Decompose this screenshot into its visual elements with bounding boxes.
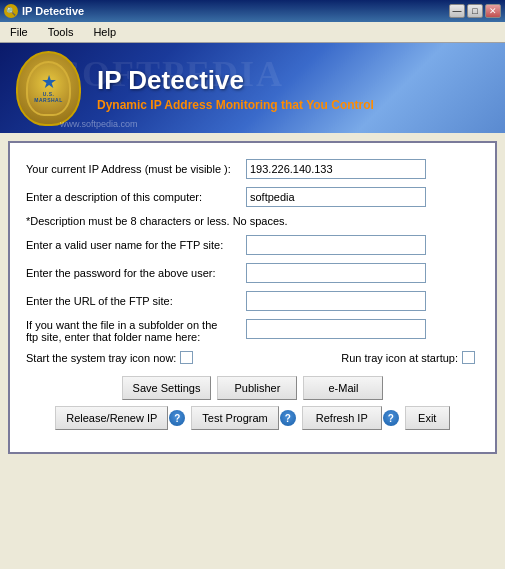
tray-checkbox[interactable]	[180, 351, 193, 364]
refresh-ip-group: Refresh IP ?	[302, 406, 399, 430]
publisher-button[interactable]: Publisher	[217, 376, 297, 400]
badge-label: U.S.MARSHAL	[34, 91, 63, 103]
release-renew-button[interactable]: Release/Renew IP	[55, 406, 168, 430]
url-row: Enter the URL of the FTP site:	[26, 291, 479, 311]
description-row: Enter a description of this computer:	[26, 187, 479, 207]
button-row-1: Save Settings Publisher e-Mail	[26, 376, 479, 400]
badge-icon: ★ U.S.MARSHAL	[16, 51, 81, 126]
menu-bar: File Tools Help	[0, 22, 505, 43]
password-input[interactable]	[246, 263, 426, 283]
refresh-ip-help[interactable]: ?	[383, 410, 399, 426]
close-button[interactable]: ✕	[485, 4, 501, 18]
run-tray-label: Run tray icon at startup:	[341, 352, 458, 364]
password-label: Enter the password for the above user:	[26, 267, 246, 279]
tray-label: Start the system tray icon now:	[26, 352, 176, 364]
badge-star: ★	[41, 73, 57, 91]
subfolder-label2: ftp site, enter that folder name here:	[26, 331, 246, 343]
checkbox-row: Start the system tray icon now: Run tray…	[26, 351, 479, 364]
username-row: Enter a valid user name for the FTP site…	[26, 235, 479, 255]
password-row: Enter the password for the above user:	[26, 263, 479, 283]
title-bar: 🔍 IP Detective — □ ✕	[0, 0, 505, 22]
username-input[interactable]	[246, 235, 426, 255]
description-note: *Description must be 8 characters or les…	[26, 215, 479, 227]
title-bar-left: 🔍 IP Detective	[4, 4, 84, 18]
banner: SOFTPEDIA ★ U.S.MARSHAL IP Detective Dyn…	[0, 43, 505, 133]
url-input[interactable]	[246, 291, 426, 311]
badge-inner: ★ U.S.MARSHAL	[26, 61, 71, 116]
refresh-ip-button[interactable]: Refresh IP	[302, 406, 382, 430]
username-label: Enter a valid user name for the FTP site…	[26, 239, 246, 251]
test-program-button[interactable]: Test Program	[191, 406, 278, 430]
title-bar-controls: — □ ✕	[449, 4, 501, 18]
subfolder-label1: If you want the file in a subfolder on t…	[26, 319, 246, 331]
email-button[interactable]: e-Mail	[303, 376, 383, 400]
menu-file[interactable]: File	[4, 24, 34, 40]
save-settings-button[interactable]: Save Settings	[122, 376, 212, 400]
main-content: Your current IP Address (must be visible…	[8, 141, 497, 454]
subfolder-row: If you want the file in a subfolder on t…	[26, 319, 479, 343]
exit-button[interactable]: Exit	[405, 406, 450, 430]
menu-tools[interactable]: Tools	[42, 24, 80, 40]
test-program-help[interactable]: ?	[280, 410, 296, 426]
menu-help[interactable]: Help	[87, 24, 122, 40]
description-label: Enter a description of this computer:	[26, 191, 246, 203]
description-input[interactable]	[246, 187, 426, 207]
ip-address-input[interactable]	[246, 159, 426, 179]
app-icon: 🔍	[4, 4, 18, 18]
banner-subtitle: Dynamic IP Address Monitoring that You C…	[97, 98, 374, 112]
test-program-group: Test Program ?	[191, 406, 295, 430]
release-renew-help[interactable]: ?	[169, 410, 185, 426]
ip-address-label: Your current IP Address (must be visible…	[26, 163, 246, 175]
subfolder-input[interactable]	[246, 319, 426, 339]
minimize-button[interactable]: —	[449, 4, 465, 18]
banner-url: www.softpedia.com	[60, 119, 138, 129]
watermark: SOFTPEDIA	[60, 53, 284, 95]
release-renew-group: Release/Renew IP ?	[55, 406, 185, 430]
maximize-button[interactable]: □	[467, 4, 483, 18]
button-row-2: Release/Renew IP ? Test Program ? Refres…	[26, 406, 479, 430]
ip-address-row: Your current IP Address (must be visible…	[26, 159, 479, 179]
window-title: IP Detective	[22, 5, 84, 17]
url-label: Enter the URL of the FTP site:	[26, 295, 246, 307]
run-tray-checkbox[interactable]	[462, 351, 475, 364]
